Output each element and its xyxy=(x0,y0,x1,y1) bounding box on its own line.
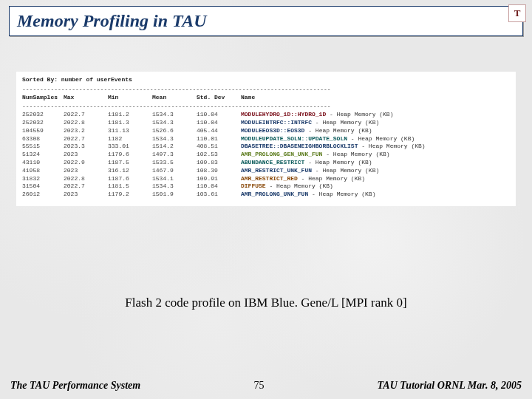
cell: 252032 xyxy=(22,111,64,119)
cell: 110.04 xyxy=(197,183,241,191)
cell: 2022.8 xyxy=(64,119,108,127)
cell: 2022.7 xyxy=(64,183,108,191)
table-row: 318322022.81187.61534.1109.91AMR_RESTRIC… xyxy=(22,175,510,183)
cell: 333.01 xyxy=(108,143,152,151)
cell: 1179.2 xyxy=(108,191,152,199)
cell: 311.13 xyxy=(108,127,152,135)
cell: 1181.2 xyxy=(108,111,152,119)
cell: 1179.6 xyxy=(108,151,152,159)
cell: 1187.5 xyxy=(108,159,152,167)
cell: 1534.1 xyxy=(152,175,197,183)
cell: 2023.3 xyxy=(64,143,108,151)
cell-name: MODULEHYDRO_1D::HYDRO_1D - Heap Memory (… xyxy=(241,111,510,119)
footer-left: The TAU Performance System xyxy=(10,380,140,392)
cell: 1526.6 xyxy=(152,127,197,135)
profile-table: NumSamples Max Min Mean Std. Dev Name xyxy=(22,94,510,103)
cell: 1497.3 xyxy=(152,151,197,159)
suffix-text: - Heap Memory (KB) xyxy=(358,143,425,149)
profile-output: Sorted By: number of userEvents --------… xyxy=(16,72,516,206)
cell: 31832 xyxy=(22,175,64,183)
cell: 1533.5 xyxy=(152,159,197,167)
cell: 1181.5 xyxy=(108,183,152,191)
table-row: 2520322022.71181.21534.3110.04MODULEHYDR… xyxy=(22,111,510,119)
footer: The TAU Performance System 75 TAU Tutori… xyxy=(10,380,522,392)
module-name: MODULEHYDRO_1D::HYDRO_1D xyxy=(241,111,326,117)
footer-right: TAU Tutorial ORNL Mar. 8, 2005 xyxy=(378,380,522,392)
footer-page: 75 xyxy=(253,380,264,392)
cell: 110.04 xyxy=(197,119,241,127)
cell: 1501.9 xyxy=(152,191,197,199)
slide-title: Memory Profiling in TAU xyxy=(17,11,515,31)
cell: 2022.8 xyxy=(64,175,108,183)
table-row: 315042022.71181.51534.3110.04DIFFUSE - H… xyxy=(22,183,510,191)
cell: 31504 xyxy=(22,183,64,191)
col-name: Name xyxy=(241,94,510,103)
module-name: MODULEEOS3D::EOS3D xyxy=(241,127,304,134)
cell: 26012 xyxy=(22,191,64,199)
cell: 2022.7 xyxy=(64,111,108,119)
caption: Flash 2 code profile on IBM Blue. Gene/L… xyxy=(0,296,532,310)
cell-name: ABUNDANCE_RESTRICT - Heap Memory (KB) xyxy=(241,159,510,167)
table-row: 2520322022.81181.31534.3110.04MODULEINTR… xyxy=(22,119,510,127)
profile-header-row: NumSamples Max Min Mean Std. Dev Name xyxy=(22,94,510,103)
cell-name: AMR_RESTRICT_RED - Heap Memory (KB) xyxy=(241,175,510,183)
cell-name: DIFFUSE - Heap Memory (KB) xyxy=(241,183,510,191)
divider-top: ----------------------------------------… xyxy=(22,86,510,94)
module-name: MODULEINTRFC::INTRFC xyxy=(241,119,312,126)
title-bar: Memory Profiling in TAU xyxy=(9,6,523,36)
suffix-text: - Heap Memory (KB) xyxy=(312,167,379,174)
cell: 63308 xyxy=(22,135,64,143)
module-name: AMR_PROLONG_GEN_UNK_FUN xyxy=(241,151,322,157)
cell-name: AMR_PROLONG_UNK_FUN - Heap Memory (KB) xyxy=(241,191,510,199)
table-row: 5132420231179.61497.3102.53AMR_PROLONG_G… xyxy=(22,151,510,159)
cell: 408.51 xyxy=(197,143,241,151)
cell: 1182 xyxy=(108,135,152,143)
cell: 109.91 xyxy=(197,175,241,183)
table-row: 431102022.91187.51533.5109.83ABUNDANCE_R… xyxy=(22,159,510,167)
cell: 1514.2 xyxy=(152,143,197,151)
table-row: 419582023316.121467.9108.39AMR_RESTRICT_… xyxy=(22,167,510,175)
cell: 1534.3 xyxy=(152,111,197,119)
cell: 104559 xyxy=(22,127,64,135)
cell: 1187.6 xyxy=(108,175,152,183)
cell-name: DBASETREE::DBASENEIGHBORBLOCKLIST - Heap… xyxy=(241,143,510,151)
cell: 2023 xyxy=(64,191,108,199)
suffix-text: - Heap Memory (KB) xyxy=(304,159,372,166)
cell: 103.61 xyxy=(197,191,241,199)
cell: 2022.9 xyxy=(64,159,108,167)
cell: 110.04 xyxy=(197,111,241,119)
cell: 55515 xyxy=(22,143,64,151)
divider-mid: ----------------------------------------… xyxy=(22,103,510,111)
cell: 1467.9 xyxy=(152,167,197,175)
suffix-text: - Heap Memory (KB) xyxy=(266,183,333,189)
profile-data-rows: 2520322022.71181.21534.3110.04MODULEHYDR… xyxy=(22,111,510,199)
cell: 51324 xyxy=(22,151,64,159)
module-name: DBASETREE::DBASENEIGHBORBLOCKLIST xyxy=(241,143,358,149)
cell: 2023 xyxy=(64,167,108,175)
cell-name: MODULEEOS3D::EOS3D - Heap Memory (KB) xyxy=(241,127,510,135)
col-min: Min xyxy=(108,94,152,103)
module-name: AMR_RESTRICT_RED xyxy=(241,175,298,182)
col-mean: Mean xyxy=(152,94,197,103)
cell: 2022.7 xyxy=(64,135,108,143)
table-row: 633082022.711821534.3110.01MODULEUPDATE_… xyxy=(22,135,510,143)
suffix-text: - Heap Memory (KB) xyxy=(312,119,379,126)
cell: 43110 xyxy=(22,159,64,167)
module-name: MODULEUPDATE_SOLN::UPDATE_SOLN xyxy=(241,135,347,142)
suffix-text: - Heap Memory (KB) xyxy=(326,111,393,117)
cell-name: AMR_PROLONG_GEN_UNK_FUN - Heap Memory (K… xyxy=(241,151,510,159)
cell: 102.53 xyxy=(197,151,241,159)
table-row: 1045592023.2311.131526.6405.44MODULEEOS3… xyxy=(22,127,510,135)
module-name: AMR_PROLONG_UNK_FUN xyxy=(241,191,308,197)
suffix-text: - Heap Memory (KB) xyxy=(347,135,415,142)
cell: 1534.3 xyxy=(152,119,197,127)
cell: 41958 xyxy=(22,167,64,175)
cell: 1534.3 xyxy=(152,135,197,143)
cell: 108.39 xyxy=(197,167,241,175)
logo-badge: T xyxy=(508,4,526,22)
cell: 405.44 xyxy=(197,127,241,135)
cell: 252032 xyxy=(22,119,64,127)
cell: 316.12 xyxy=(108,167,152,175)
cell-name: MODULEINTRFC::INTRFC - Heap Memory (KB) xyxy=(241,119,510,127)
suffix-text: - Heap Memory (KB) xyxy=(298,175,365,182)
